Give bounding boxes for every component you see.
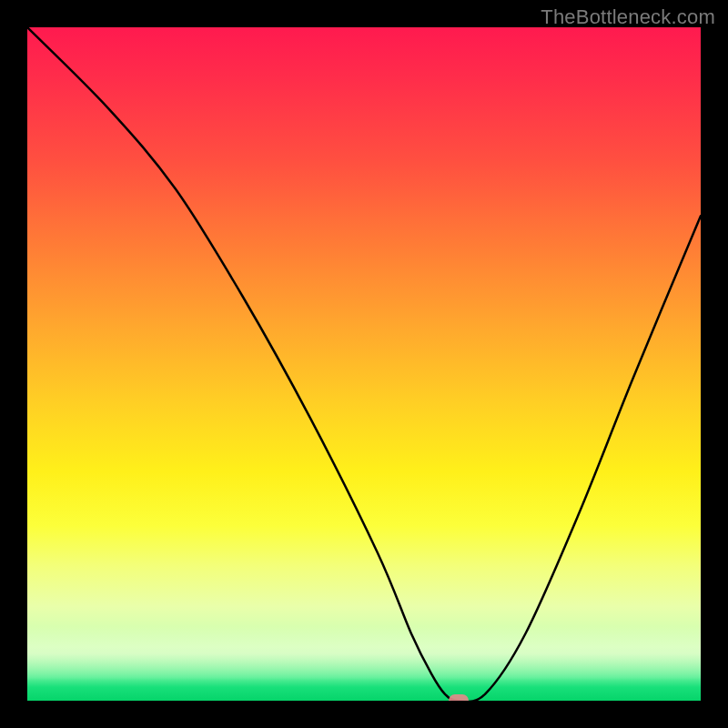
optimal-point-marker <box>449 694 469 701</box>
chart-frame: TheBottleneck.com <box>0 0 728 728</box>
bottleneck-curve <box>27 27 701 701</box>
watermark-text: TheBottleneck.com <box>541 5 715 29</box>
plot-area <box>27 27 701 701</box>
